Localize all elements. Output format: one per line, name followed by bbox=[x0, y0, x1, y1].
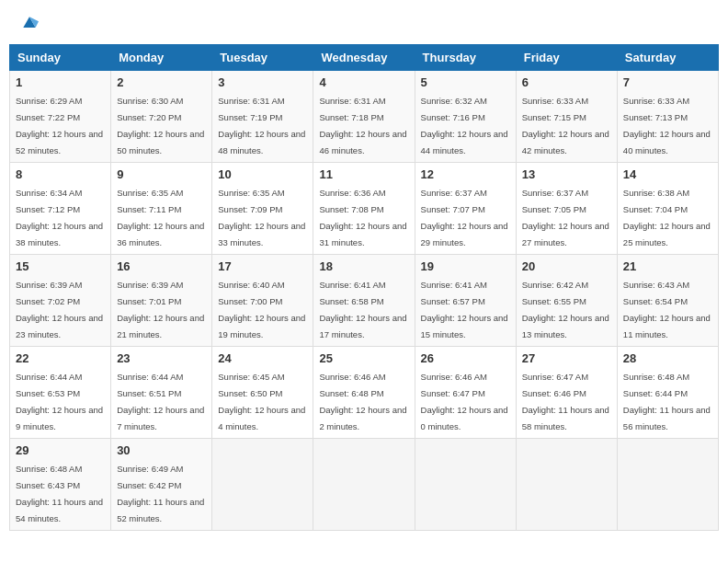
day-info: Sunrise: 6:39 AMSunset: 7:02 PMDaylight:… bbox=[16, 280, 103, 339]
calendar-cell: 16 Sunrise: 6:39 AMSunset: 7:01 PMDaylig… bbox=[111, 255, 212, 347]
day-info: Sunrise: 6:41 AMSunset: 6:58 PMDaylight:… bbox=[319, 280, 406, 339]
day-number: 24 bbox=[218, 351, 307, 365]
calendar-cell: 23 Sunrise: 6:44 AMSunset: 6:51 PMDaylig… bbox=[111, 347, 212, 439]
calendar-cell: 24 Sunrise: 6:45 AMSunset: 6:50 PMDaylig… bbox=[212, 347, 313, 439]
weekday-header-tuesday: Tuesday bbox=[212, 45, 313, 71]
calendar-cell: 10 Sunrise: 6:35 AMSunset: 7:09 PMDaylig… bbox=[212, 163, 313, 255]
calendar-cell: 14 Sunrise: 6:38 AMSunset: 7:04 PMDaylig… bbox=[617, 163, 718, 255]
calendar-cell: 6 Sunrise: 6:33 AMSunset: 7:15 PMDayligh… bbox=[516, 71, 617, 163]
day-info: Sunrise: 6:33 AMSunset: 7:13 PMDaylight:… bbox=[623, 96, 711, 155]
day-info: Sunrise: 6:39 AMSunset: 7:01 PMDaylight:… bbox=[117, 280, 204, 339]
calendar-cell: 20 Sunrise: 6:42 AMSunset: 6:55 PMDaylig… bbox=[516, 255, 617, 347]
calendar-cell: 2 Sunrise: 6:30 AMSunset: 7:20 PMDayligh… bbox=[111, 71, 212, 163]
logo-icon bbox=[20, 14, 39, 32]
day-info: Sunrise: 6:47 AMSunset: 6:46 PMDaylight:… bbox=[522, 372, 609, 431]
calendar-cell: 15 Sunrise: 6:39 AMSunset: 7:02 PMDaylig… bbox=[10, 255, 111, 347]
day-info: Sunrise: 6:37 AMSunset: 7:05 PMDaylight:… bbox=[522, 188, 609, 247]
calendar-cell: 30 Sunrise: 6:49 AMSunset: 6:42 PMDaylig… bbox=[111, 439, 212, 531]
weekday-header-thursday: Thursday bbox=[415, 45, 516, 71]
day-info: Sunrise: 6:35 AMSunset: 7:09 PMDaylight:… bbox=[218, 188, 305, 247]
day-number: 2 bbox=[117, 75, 206, 89]
calendar-cell: 11 Sunrise: 6:36 AMSunset: 7:08 PMDaylig… bbox=[313, 163, 415, 255]
day-info: Sunrise: 6:36 AMSunset: 7:08 PMDaylight:… bbox=[319, 188, 406, 247]
day-info: Sunrise: 6:40 AMSunset: 7:00 PMDaylight:… bbox=[218, 280, 305, 339]
logo bbox=[18, 14, 39, 32]
day-info: Sunrise: 6:33 AMSunset: 7:15 PMDaylight:… bbox=[522, 96, 609, 155]
day-number: 7 bbox=[623, 75, 712, 89]
day-info: Sunrise: 6:38 AMSunset: 7:04 PMDaylight:… bbox=[623, 188, 711, 247]
day-info: Sunrise: 6:48 AMSunset: 6:44 PMDaylight:… bbox=[623, 372, 711, 431]
day-number: 16 bbox=[117, 259, 206, 273]
weekday-header-monday: Monday bbox=[111, 45, 212, 71]
day-number: 21 bbox=[623, 259, 712, 273]
day-info: Sunrise: 6:31 AMSunset: 7:18 PMDaylight:… bbox=[319, 96, 406, 155]
day-number: 1 bbox=[16, 75, 105, 89]
calendar-cell bbox=[212, 439, 313, 531]
calendar-cell: 28 Sunrise: 6:48 AMSunset: 6:44 PMDaylig… bbox=[617, 347, 718, 439]
calendar-cell: 9 Sunrise: 6:35 AMSunset: 7:11 PMDayligh… bbox=[111, 163, 212, 255]
day-number: 29 bbox=[16, 443, 105, 457]
calendar-cell bbox=[313, 439, 415, 531]
day-number: 14 bbox=[623, 167, 712, 181]
day-info: Sunrise: 6:42 AMSunset: 6:55 PMDaylight:… bbox=[522, 280, 609, 339]
day-number: 26 bbox=[421, 351, 510, 365]
day-info: Sunrise: 6:44 AMSunset: 6:53 PMDaylight:… bbox=[16, 372, 103, 431]
day-number: 20 bbox=[522, 259, 611, 273]
day-number: 17 bbox=[218, 259, 307, 273]
calendar-week-5: 29 Sunrise: 6:48 AMSunset: 6:43 PMDaylig… bbox=[10, 439, 719, 531]
day-info: Sunrise: 6:45 AMSunset: 6:50 PMDaylight:… bbox=[218, 372, 305, 431]
day-info: Sunrise: 6:34 AMSunset: 7:12 PMDaylight:… bbox=[16, 188, 103, 247]
day-number: 18 bbox=[319, 259, 408, 273]
day-number: 13 bbox=[522, 167, 611, 181]
day-number: 19 bbox=[421, 259, 510, 273]
day-number: 30 bbox=[117, 443, 206, 457]
day-info: Sunrise: 6:46 AMSunset: 6:48 PMDaylight:… bbox=[319, 372, 406, 431]
day-info: Sunrise: 6:35 AMSunset: 7:11 PMDaylight:… bbox=[117, 188, 204, 247]
calendar-cell: 1 Sunrise: 6:29 AMSunset: 7:22 PMDayligh… bbox=[10, 71, 111, 163]
day-number: 9 bbox=[117, 167, 206, 181]
day-info: Sunrise: 6:37 AMSunset: 7:07 PMDaylight:… bbox=[421, 188, 508, 247]
calendar-week-4: 22 Sunrise: 6:44 AMSunset: 6:53 PMDaylig… bbox=[10, 347, 719, 439]
calendar-cell: 8 Sunrise: 6:34 AMSunset: 7:12 PMDayligh… bbox=[10, 163, 111, 255]
day-info: Sunrise: 6:29 AMSunset: 7:22 PMDaylight:… bbox=[16, 96, 103, 155]
day-info: Sunrise: 6:30 AMSunset: 7:20 PMDaylight:… bbox=[117, 96, 204, 155]
day-info: Sunrise: 6:41 AMSunset: 6:57 PMDaylight:… bbox=[421, 280, 508, 339]
day-number: 27 bbox=[522, 351, 611, 365]
calendar-week-2: 8 Sunrise: 6:34 AMSunset: 7:12 PMDayligh… bbox=[10, 163, 719, 255]
calendar-cell: 19 Sunrise: 6:41 AMSunset: 6:57 PMDaylig… bbox=[415, 255, 516, 347]
calendar-cell bbox=[516, 439, 617, 531]
calendar-cell: 5 Sunrise: 6:32 AMSunset: 7:16 PMDayligh… bbox=[415, 71, 516, 163]
weekday-header-saturday: Saturday bbox=[617, 45, 718, 71]
calendar-cell: 12 Sunrise: 6:37 AMSunset: 7:07 PMDaylig… bbox=[415, 163, 516, 255]
calendar-cell: 29 Sunrise: 6:48 AMSunset: 6:43 PMDaylig… bbox=[10, 439, 111, 531]
calendar-header-row: SundayMondayTuesdayWednesdayThursdayFrid… bbox=[10, 45, 719, 71]
day-info: Sunrise: 6:44 AMSunset: 6:51 PMDaylight:… bbox=[117, 372, 204, 431]
day-number: 5 bbox=[421, 75, 510, 89]
day-info: Sunrise: 6:49 AMSunset: 6:42 PMDaylight:… bbox=[117, 464, 204, 523]
calendar-week-3: 15 Sunrise: 6:39 AMSunset: 7:02 PMDaylig… bbox=[10, 255, 719, 347]
calendar-cell: 17 Sunrise: 6:40 AMSunset: 7:00 PMDaylig… bbox=[212, 255, 313, 347]
day-number: 15 bbox=[16, 259, 105, 273]
calendar-cell: 26 Sunrise: 6:46 AMSunset: 6:47 PMDaylig… bbox=[415, 347, 516, 439]
day-number: 8 bbox=[16, 167, 105, 181]
day-info: Sunrise: 6:31 AMSunset: 7:19 PMDaylight:… bbox=[218, 96, 305, 155]
calendar-cell: 22 Sunrise: 6:44 AMSunset: 6:53 PMDaylig… bbox=[10, 347, 111, 439]
calendar-cell: 4 Sunrise: 6:31 AMSunset: 7:18 PMDayligh… bbox=[313, 71, 415, 163]
calendar-cell: 25 Sunrise: 6:46 AMSunset: 6:48 PMDaylig… bbox=[313, 347, 415, 439]
day-number: 6 bbox=[522, 75, 611, 89]
day-info: Sunrise: 6:32 AMSunset: 7:16 PMDaylight:… bbox=[421, 96, 508, 155]
day-info: Sunrise: 6:43 AMSunset: 6:54 PMDaylight:… bbox=[623, 280, 711, 339]
day-info: Sunrise: 6:46 AMSunset: 6:47 PMDaylight:… bbox=[421, 372, 508, 431]
calendar-cell: 3 Sunrise: 6:31 AMSunset: 7:19 PMDayligh… bbox=[212, 71, 313, 163]
calendar-cell: 27 Sunrise: 6:47 AMSunset: 6:46 PMDaylig… bbox=[516, 347, 617, 439]
header bbox=[9, 9, 719, 37]
weekday-header-sunday: Sunday bbox=[10, 45, 111, 71]
weekday-header-wednesday: Wednesday bbox=[313, 45, 415, 71]
day-info: Sunrise: 6:48 AMSunset: 6:43 PMDaylight:… bbox=[16, 464, 103, 523]
day-number: 3 bbox=[218, 75, 307, 89]
calendar-cell: 18 Sunrise: 6:41 AMSunset: 6:58 PMDaylig… bbox=[313, 255, 415, 347]
day-number: 4 bbox=[319, 75, 408, 89]
day-number: 25 bbox=[319, 351, 408, 365]
calendar-cell bbox=[415, 439, 516, 531]
calendar-cell: 21 Sunrise: 6:43 AMSunset: 6:54 PMDaylig… bbox=[617, 255, 718, 347]
